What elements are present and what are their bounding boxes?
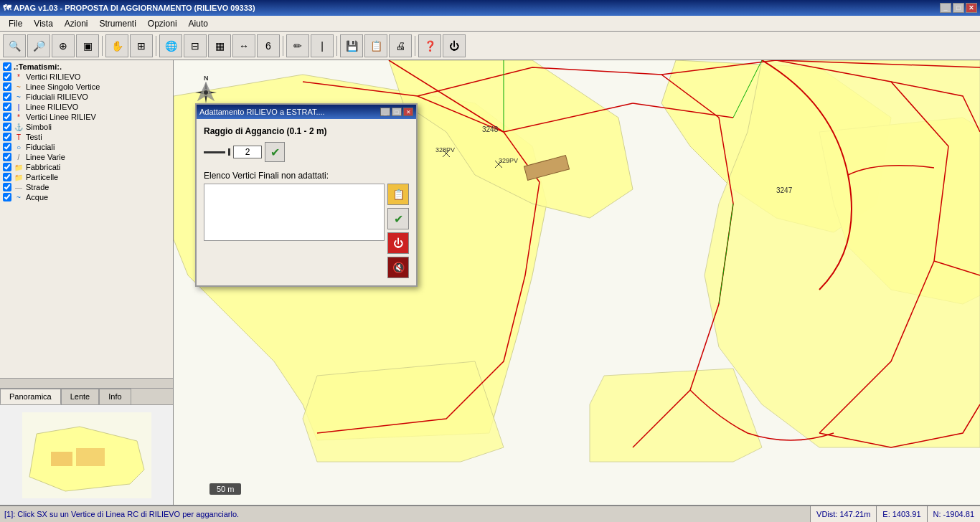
toolbar-button-7[interactable]: ⊟ — [184, 34, 207, 57]
layer-label-5: Simboli — [26, 123, 52, 131]
toolbar-button-17[interactable]: ⏻ — [443, 34, 466, 57]
toolbar-button-0[interactable]: 🔍 — [3, 34, 26, 57]
tab-panoramica[interactable]: Panoramica — [0, 389, 61, 404]
layer-checkbox-4[interactable] — [3, 113, 11, 121]
map-area[interactable]: 3248 328PV 329PV 3247 N — [174, 60, 980, 505]
dialog-restore[interactable]: □ — [392, 108, 402, 116]
menu-item-file[interactable]: File — [3, 17, 28, 30]
layer-icon-1: ~ — [14, 83, 24, 91]
layer-icon-0: * — [14, 73, 24, 81]
layer-list: .:Tematismi:.*Vertici RILIEVO~Linee Sing… — [0, 60, 173, 378]
toolbar-button-4[interactable]: ✋ — [105, 34, 128, 57]
left-panel: .:Tematismi:.*Vertici RILIEVO~Linee Sing… — [0, 60, 174, 505]
layer-checkbox-9[interactable] — [3, 163, 11, 171]
layer-label-7: Fiduciali — [26, 143, 55, 151]
layer-checkbox-3[interactable] — [3, 103, 11, 111]
layer-icon-3: | — [14, 103, 24, 111]
layer-list-title: .:Tematismi:. — [1, 62, 171, 72]
toolbar-button-13[interactable]: 💾 — [340, 34, 363, 57]
side-darkred-button[interactable]: 🔇 — [387, 257, 409, 278]
titlebar: 🗺 APAG v1.03 - PROPOSTA DI AGGIORNAMENTO… — [0, 0, 980, 16]
toolbar-button-9[interactable]: ↔ — [232, 34, 255, 57]
status-vdist: VDist: 147.21m — [810, 506, 877, 522]
layer-item-0[interactable]: *Vertici RILIEVO — [1, 72, 171, 82]
layer-icon-4: * — [14, 113, 24, 121]
svg-text:3247: 3247 — [776, 186, 793, 194]
toolbar-button-1[interactable]: 🔎 — [27, 34, 50, 57]
menu-item-strumenti[interactable]: Strumenti — [94, 17, 142, 30]
menu-item-opzioni[interactable]: Opzioni — [142, 17, 183, 30]
dialog-close[interactable]: ✕ — [403, 108, 413, 116]
status-east: E: 1403.91 — [877, 506, 927, 522]
toolbar-button-15[interactable]: 🖨 — [389, 34, 412, 57]
titlebar-controls[interactable]: _ □ ✕ — [940, 3, 977, 13]
layer-checkbox-11[interactable] — [3, 183, 11, 191]
tab-info[interactable]: Info — [99, 389, 131, 404]
layer-label-12: Acque — [26, 193, 48, 201]
layer-checkbox-1[interactable] — [3, 82, 11, 91]
layer-item-10[interactable]: 📁Particelle — [1, 172, 171, 182]
layer-item-8[interactable]: /Linee Varie — [1, 152, 171, 162]
svg-marker-10 — [303, 361, 504, 462]
raggio-tick — [228, 148, 230, 156]
layer-checkbox-8[interactable] — [3, 153, 11, 161]
toolbar-button-14[interactable]: 📋 — [364, 34, 387, 57]
minimize-button[interactable]: _ — [940, 3, 951, 13]
svg-point-31 — [204, 90, 208, 95]
raggio-confirm-button[interactable]: ✔ — [265, 142, 285, 162]
layer-item-4[interactable]: *Vertici Linee RILIEV — [1, 112, 171, 122]
elenco-list[interactable] — [204, 184, 385, 241]
tab-bar: PanoramicaLenteInfo — [0, 388, 173, 404]
dialog-controls[interactable]: _ □ ✕ — [380, 108, 413, 116]
layer-all-checkbox[interactable] — [3, 62, 11, 71]
layer-item-1[interactable]: ~Linee Singolo Vertice — [1, 82, 171, 92]
main-area: .:Tematismi:.*Vertici RILIEVO~Linee Sing… — [0, 60, 980, 505]
toolbar-separator-4 — [102, 36, 103, 56]
menu-item-azioni[interactable]: Azioni — [59, 17, 94, 30]
svg-text:3248: 3248 — [482, 125, 499, 133]
layer-checkbox-5[interactable] — [3, 123, 11, 131]
layer-item-2[interactable]: ~Fiduciali RILIEVO — [1, 92, 171, 102]
horizontal-scrollbar[interactable] — [0, 378, 173, 388]
tab-lente[interactable]: Lente — [61, 389, 100, 404]
maximize-button[interactable]: □ — [953, 3, 964, 13]
toolbar-button-2[interactable]: ⊕ — [52, 34, 75, 57]
toolbar-button-3[interactable]: ▣ — [76, 34, 99, 57]
side-red-button[interactable]: ⏻ — [387, 232, 409, 254]
side-yellow-button[interactable]: 📋 — [387, 184, 409, 205]
layer-checkbox-10[interactable] — [3, 173, 11, 181]
toolbar-button-8[interactable]: ▦ — [208, 34, 231, 57]
side-green-button[interactable]: ✔ — [387, 208, 409, 229]
close-button[interactable]: ✕ — [966, 3, 977, 13]
layer-item-11[interactable]: —Strade — [1, 182, 171, 192]
layer-checkbox-0[interactable] — [3, 72, 11, 81]
toolbar-button-6[interactable]: 🌐 — [159, 34, 182, 57]
dialog-minimize[interactable]: _ — [380, 108, 390, 116]
toolbar-button-5[interactable]: ⊞ — [130, 34, 153, 57]
toolbar-button-11[interactable]: ✏ — [286, 34, 309, 57]
layer-list-title-text: .:Tematismi:. — [14, 62, 62, 71]
layer-checkbox-12[interactable] — [3, 193, 11, 201]
dialog-adattamento[interactable]: Adattamento RILIEVO a ESTRAT.... _ □ ✕ R… — [195, 103, 418, 287]
raggio-input[interactable] — [233, 146, 262, 158]
menu-item-vista[interactable]: Vista — [28, 17, 58, 30]
toolbar-button-12[interactable]: | — [311, 34, 334, 57]
layer-item-9[interactable]: 📁Fabbricati — [1, 162, 171, 172]
layer-item-6[interactable]: TTesti — [1, 132, 171, 142]
toolbar-button-10[interactable]: 6 — [257, 34, 280, 57]
layer-item-3[interactable]: |Linee RILIEVO — [1, 102, 171, 112]
layer-item-12[interactable]: ~Acque — [1, 192, 171, 202]
menu-item-aiuto[interactable]: Aiuto — [183, 17, 214, 30]
raggio-line — [204, 151, 225, 153]
layer-label-10: Particelle — [26, 173, 58, 181]
scale-label: 50 m — [217, 485, 234, 493]
layer-checkbox-6[interactable] — [3, 133, 11, 141]
layer-checkbox-7[interactable] — [3, 143, 11, 151]
layer-label-1: Linee Singolo Vertice — [26, 82, 100, 91]
layer-item-7[interactable]: ○Fiduciali — [1, 142, 171, 152]
layer-icon-5: ⚓ — [14, 123, 24, 131]
layer-checkbox-2[interactable] — [3, 92, 11, 101]
toolbar-button-16[interactable]: ❓ — [418, 34, 441, 57]
layer-item-5[interactable]: ⚓Simboli — [1, 122, 171, 132]
svg-marker-11 — [590, 369, 762, 462]
